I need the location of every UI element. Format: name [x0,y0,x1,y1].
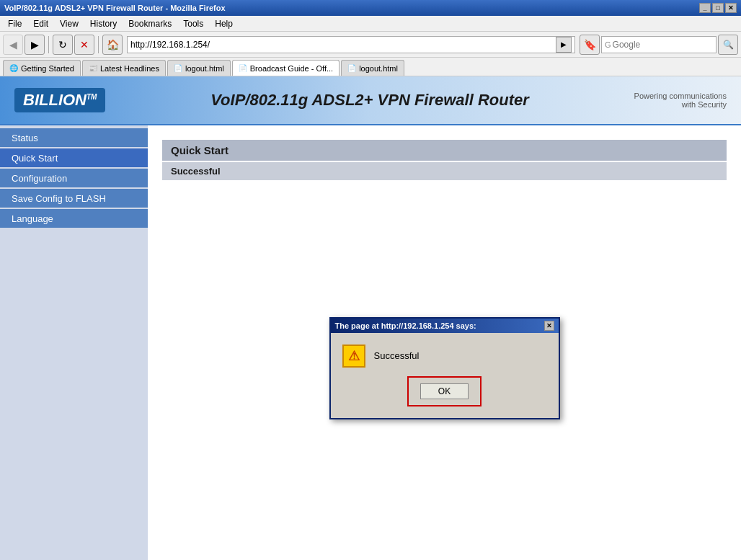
sidebar-item-language[interactable]: Language [0,209,148,228]
close-button[interactable]: ✕ [725,3,737,13]
tab-getting-started[interactable]: 🌐 Getting Started [3,60,81,76]
tab-label-2: logout.html [185,64,224,73]
security-label: with Security [634,100,727,109]
sidebar-item-quickstart[interactable]: Quick Start [0,148,148,167]
tab-icon-2: 📄 [174,64,182,72]
tab-latest-headlines[interactable]: 📰 Latest Headlines [82,60,166,76]
tab-label-3: Broadcast Guide - Off... [250,64,333,73]
tab-icon-4: 📄 [347,64,356,72]
forward-button[interactable]: ▶ [25,35,45,55]
search-input[interactable] [613,40,721,50]
router-title: VoIP/802.11g ADSL2+ VPN Firewall Router [210,91,529,110]
menu-tools[interactable]: Tools [178,17,208,31]
tabs-bar: 🌐 Getting Started 📰 Latest Headlines 📄 l… [0,58,741,76]
window-title: VoIP/802.11g ADSL2+ VPN Firewall Router … [4,4,226,12]
title-bar: VoIP/802.11g ADSL2+ VPN Firewall Router … [0,0,741,16]
tab-label-4: logout.html [359,64,398,73]
search-button[interactable]: 🔍 [718,35,738,55]
go-button[interactable]: ▶ [556,37,572,53]
tab-icon-3: 📄 [239,64,247,72]
menu-file[interactable]: File [3,17,27,31]
address-bar[interactable]: ▶ [127,36,575,53]
tab-logout-2[interactable]: 📄 logout.html [341,60,404,76]
back-button[interactable]: ◀ [3,35,23,55]
powering-label: Powering communications [634,92,727,100]
home-button[interactable]: 🏠 [102,35,123,55]
sidebar-label-quickstart: Quick Start [12,153,58,164]
address-input[interactable] [130,40,556,50]
sidebar-label-saveconfig: Save Config to FLASH [12,193,106,204]
tab-label-0: Getting Started [21,64,74,73]
brand-logo: BILLIONTM [14,88,105,112]
dialog-close-button[interactable]: ✕ [544,321,554,331]
menu-view[interactable]: View [55,17,84,31]
stop-button[interactable]: ✕ [74,35,94,55]
tab-icon-0: 🌐 [9,64,18,72]
menu-help[interactable]: Help [210,17,238,31]
dialog-titlebar: The page at http://192.168.1.254 says: ✕ [331,319,559,333]
toolbar-separator-2 [98,36,99,53]
toolbar-separator [48,36,49,53]
dialog-title: The page at http://192.168.1.254 says: [335,321,476,330]
dialog-ok-area: OK [407,376,482,406]
menu-edit[interactable]: Edit [28,17,53,31]
warning-icon: ⚠ [342,345,365,368]
router-body: Status Quick Start Configuration Save Co… [0,125,741,560]
sidebar-label-status: Status [12,133,38,143]
sidebar-item-saveconfig[interactable]: Save Config to FLASH [0,189,148,208]
toolbar: ◀ ▶ ↻ ✕ 🏠 ▶ 🔖 G 🔍 [0,32,741,58]
router-header: BILLIONTM VoIP/802.11g ADSL2+ VPN Firewa… [0,76,741,125]
sidebar-item-configuration[interactable]: Configuration [0,169,148,187]
dialog-overlay: The page at http://192.168.1.254 says: ✕… [148,125,741,560]
tab-label-1: Latest Headlines [100,64,159,73]
tab-icon-1: 📰 [89,64,97,72]
minimize-button[interactable]: _ [699,3,711,13]
powering-text: Powering communications with Security [634,92,727,109]
search-engine-icon: G [605,40,611,49]
dialog-message-row: ⚠ Successful [342,345,547,368]
dialog-ok-button[interactable]: OK [420,383,469,399]
refresh-button[interactable]: ↻ [53,35,73,55]
window-controls[interactable]: _ □ ✕ [699,3,737,13]
bookmark-button[interactable]: 🔖 [580,35,600,55]
tab-broadcast-guide[interactable]: 📄 Broadcast Guide - Off... [232,60,340,76]
sidebar-label-configuration: Configuration [12,173,67,184]
menu-bookmarks[interactable]: Bookmarks [123,17,177,31]
brand-tm: TM [86,93,97,101]
dialog-body: ⚠ Successful OK [331,333,559,418]
router-page: BILLIONTM VoIP/802.11g ADSL2+ VPN Firewa… [0,76,741,560]
dialog: The page at http://192.168.1.254 says: ✕… [329,317,560,419]
maximize-button[interactable]: □ [712,3,724,13]
search-bar[interactable]: G [601,36,716,53]
menu-bar: File Edit View History Bookmarks Tools H… [0,16,741,32]
dialog-message: Successful [374,350,420,361]
main-content: Quick Start Successful The page at http:… [148,125,741,560]
brand-name: BILLION [23,91,86,109]
menu-history[interactable]: History [85,17,122,31]
tab-logout-1[interactable]: 📄 logout.html [167,60,231,76]
sidebar-item-status[interactable]: Status [0,128,148,147]
sidebar: Status Quick Start Configuration Save Co… [0,125,148,560]
sidebar-label-language: Language [12,213,53,224]
